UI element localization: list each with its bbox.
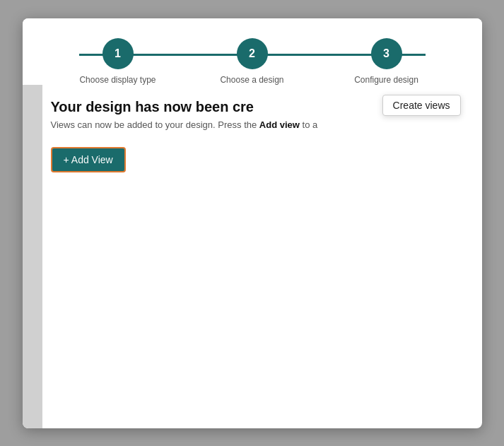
step-3: 3 Configure design	[320, 38, 454, 85]
step-2-circle: 2	[237, 38, 268, 69]
step-1-label: Choose display type	[79, 75, 156, 85]
subtitle-suffix: to a	[300, 119, 317, 130]
add-view-label: + Add View	[64, 154, 113, 165]
step-1-circle: 1	[102, 38, 134, 69]
step-2-label: Choose a design	[220, 75, 283, 85]
step-3-circle: 3	[371, 38, 402, 69]
subtitle-prefix: Views can now be added to your design. P…	[51, 119, 259, 130]
stepper-wrapper: 1 Choose display type 2 Choose a design …	[23, 18, 482, 85]
create-views-tooltip: Create views	[382, 95, 461, 116]
stepper: 1 Choose display type 2 Choose a design …	[51, 38, 454, 85]
add-view-button[interactable]: + Add View	[51, 147, 126, 172]
step-3-label: Configure design	[354, 75, 418, 85]
create-views-label: Create views	[393, 100, 450, 111]
content-area: Your design has now been cre Views can n…	[23, 85, 482, 428]
step-2: 2 Choose a design	[185, 38, 320, 85]
main-window: 1 Choose display type 2 Choose a design …	[23, 18, 482, 428]
design-subtitle: Views can now be added to your design. P…	[51, 119, 454, 130]
subtitle-bold: Add view	[259, 119, 300, 130]
step-1: 1 Choose display type	[51, 38, 185, 85]
